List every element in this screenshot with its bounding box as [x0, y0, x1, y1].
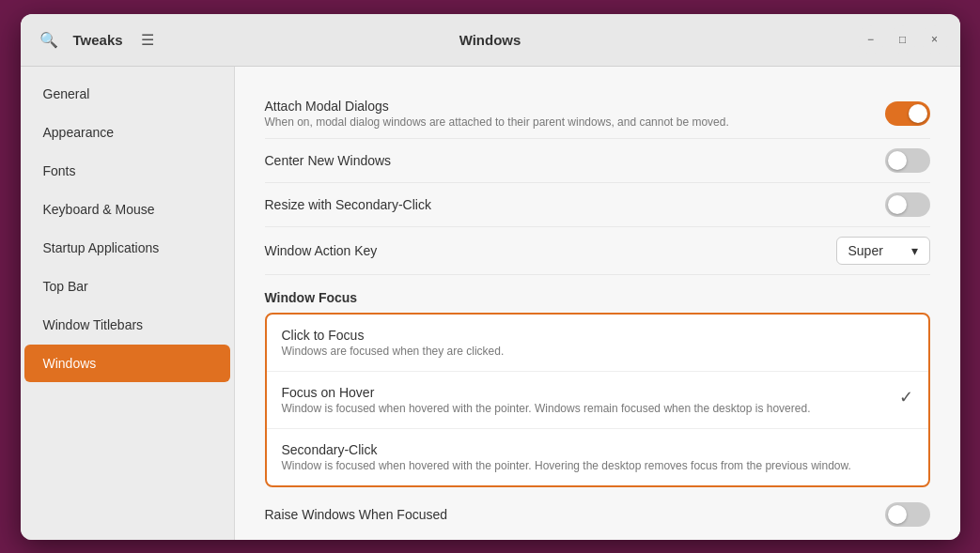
center-new-windows-info: Center New Windows [265, 153, 885, 168]
content-area: General Appearance Fonts Keyboard & Mous… [21, 67, 960, 540]
focus-on-hover-checkmark: ✓ [899, 387, 913, 407]
window-focus-title: Window Focus [265, 290, 930, 305]
sidebar-item-window-titlebars[interactable]: Window Titlebars [24, 306, 230, 344]
window-action-key-title: Window Action Key [265, 243, 836, 258]
window-title: Windows [459, 32, 521, 48]
attach-modal-slider [885, 101, 930, 126]
raise-windows-slider [885, 502, 930, 527]
window-action-key-value: Super [848, 243, 883, 258]
secondary-click-desc: Window is focused when hovered with the … [282, 459, 913, 472]
resize-secondary-slider [885, 192, 930, 217]
titlebar: 🔍 Tweaks ☰ Windows − □ × [21, 14, 960, 67]
secondary-click-title: Secondary-Click [282, 442, 913, 457]
sidebar-item-appearance[interactable]: Appearance [24, 114, 230, 151]
close-button[interactable]: × [921, 25, 949, 54]
center-new-windows-row: Center New Windows [265, 139, 930, 183]
focus-on-hover-desc: Window is focused when hovered with the … [282, 402, 892, 415]
sidebar-item-fonts[interactable]: Fonts [24, 152, 230, 190]
window-action-key-info: Window Action Key [265, 243, 836, 258]
menu-button[interactable]: ☰ [131, 23, 164, 56]
attach-modal-toggle[interactable] [885, 101, 930, 126]
attach-modal-title: Attach Modal Dialogs [265, 99, 885, 114]
window-controls: − □ × [857, 25, 949, 54]
sidebar-item-startup-applications[interactable]: Startup Applications [24, 229, 230, 267]
center-new-windows-title: Center New Windows [265, 153, 885, 168]
attach-modal-info: Attach Modal Dialogs When on, modal dial… [265, 99, 885, 129]
search-button[interactable]: 🔍 [32, 23, 66, 56]
sidebar: General Appearance Fonts Keyboard & Mous… [21, 67, 235, 540]
sidebar-item-top-bar[interactable]: Top Bar [24, 268, 230, 305]
minimize-button[interactable]: − [857, 25, 885, 54]
raise-windows-row: Raise Windows When Focused [265, 502, 930, 527]
click-to-focus-title: Click to Focus [282, 328, 913, 343]
click-to-focus-desc: Windows are focused when they are clicke… [282, 345, 913, 358]
focus-options-container: Click to Focus Windows are focused when … [265, 313, 930, 487]
raise-windows-title: Raise Windows When Focused [265, 507, 448, 522]
raise-windows-toggle[interactable] [885, 502, 930, 527]
resize-secondary-row: Resize with Secondary-Click [265, 183, 930, 227]
center-new-windows-toggle[interactable] [885, 148, 930, 173]
focus-on-hover-text: Focus on Hover Window is focused when ho… [282, 385, 892, 415]
window-action-key-dropdown[interactable]: Super ▾ [836, 237, 930, 265]
menu-icon: ☰ [141, 31, 154, 49]
focus-on-hover-option[interactable]: Focus on Hover Window is focused when ho… [267, 372, 928, 429]
sidebar-item-keyboard-mouse[interactable]: Keyboard & Mouse [24, 191, 230, 228]
attach-modal-row: Attach Modal Dialogs When on, modal dial… [265, 89, 930, 139]
secondary-click-option[interactable]: Secondary-Click Window is focused when h… [267, 429, 928, 485]
app-window: 🔍 Tweaks ☰ Windows − □ × General Appeara… [21, 14, 960, 540]
resize-secondary-toggle[interactable] [885, 192, 930, 217]
center-new-windows-slider [885, 148, 930, 173]
maximize-button[interactable]: □ [889, 25, 917, 54]
sidebar-item-general[interactable]: General [24, 75, 230, 113]
app-name-label: Tweaks [73, 32, 123, 48]
focus-on-hover-title: Focus on Hover [282, 385, 892, 400]
click-to-focus-option[interactable]: Click to Focus Windows are focused when … [267, 315, 928, 372]
main-content: Attach Modal Dialogs When on, modal dial… [235, 67, 960, 540]
sidebar-item-windows[interactable]: Windows [24, 345, 230, 382]
chevron-down-icon: ▾ [911, 243, 918, 258]
resize-secondary-info: Resize with Secondary-Click [265, 197, 885, 212]
window-action-key-row: Window Action Key Super ▾ [265, 227, 930, 275]
resize-secondary-title: Resize with Secondary-Click [265, 197, 885, 212]
titlebar-left: 🔍 Tweaks ☰ [32, 23, 164, 56]
search-icon: 🔍 [39, 31, 58, 49]
attach-modal-desc: When on, modal dialog windows are attach… [265, 115, 885, 129]
secondary-click-text: Secondary-Click Window is focused when h… [282, 442, 913, 472]
click-to-focus-text: Click to Focus Windows are focused when … [282, 328, 913, 358]
